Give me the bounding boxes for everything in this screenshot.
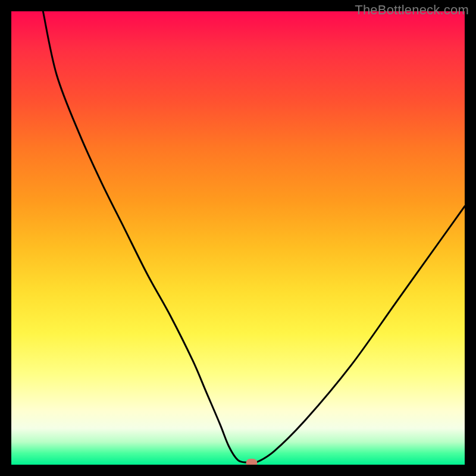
- watermark-text: TheBottleneck.com: [355, 2, 469, 18]
- bottleneck-curve: [11, 11, 465, 465]
- optimal-point-marker: [246, 459, 257, 465]
- plot-area: [11, 11, 465, 465]
- chart-frame: TheBottleneck.com: [0, 0, 476, 476]
- curve-path: [43, 11, 465, 464]
